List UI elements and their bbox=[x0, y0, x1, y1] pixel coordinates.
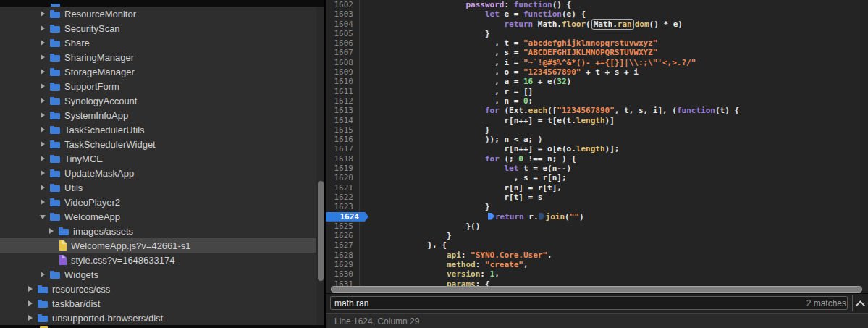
current-line-number[interactable]: 1624 bbox=[326, 212, 368, 222]
line-number[interactable]: 1611 bbox=[326, 87, 360, 96]
disclosure-triangle-icon[interactable] bbox=[40, 54, 46, 61]
tree-item-updatemaskapp[interactable]: UpdateMaskApp bbox=[0, 166, 324, 180]
disclosure-triangle-icon[interactable] bbox=[40, 97, 46, 104]
line-number[interactable]: 1613 bbox=[326, 106, 360, 115]
disclosure-triangle-icon[interactable] bbox=[28, 285, 33, 293]
code-line-1611[interactable]: 1611 , r = [] bbox=[326, 87, 868, 96]
line-number[interactable]: 1605 bbox=[326, 29, 360, 38]
line-number[interactable]: 1608 bbox=[326, 58, 360, 67]
disclosure-triangle-icon[interactable] bbox=[40, 271, 46, 278]
code-line-1615[interactable]: 1615 } bbox=[326, 125, 868, 135]
disclosure-triangle-icon[interactable] bbox=[40, 10, 46, 17]
tree-item-taskschedulerutils[interactable]: TaskSchedulerUtils bbox=[0, 122, 324, 137]
code-line-1621[interactable]: 1621 r[n] = r[t], bbox=[326, 183, 868, 193]
line-number[interactable]: 1620 bbox=[326, 173, 360, 182]
line-number[interactable]: 1610 bbox=[326, 77, 360, 86]
line-number[interactable]: 1628 bbox=[326, 251, 360, 260]
code-line-1608[interactable]: 1608 , i = "~`!@#$%^&*()-_+={[}]|\\:;\"'… bbox=[326, 58, 868, 67]
code-viewport[interactable]: 1602 password: function() {1603 let e = … bbox=[326, 0, 868, 287]
line-number[interactable]: 1618 bbox=[326, 154, 360, 164]
tree-item-videoplayer2[interactable]: VideoPlayer2 bbox=[0, 195, 324, 209]
tree-item-share[interactable]: Share bbox=[0, 35, 324, 50]
code-line-1626[interactable]: 1626 } bbox=[326, 231, 868, 240]
tree-item-welcomeapp-js-v-42661-s1[interactable]: WelcomeApp.js?v=42661-s1 bbox=[0, 238, 324, 253]
code-line-1619[interactable]: 1619 let t = e(n--) bbox=[326, 164, 868, 173]
tree-item-style-css-v-1648633174[interactable]: style.css?v=1648633174 bbox=[0, 253, 324, 267]
line-number[interactable]: 1614 bbox=[326, 116, 360, 125]
tree-item-sharingmanager[interactable]: SharingManager bbox=[0, 50, 324, 64]
code-line-1624[interactable]: 1624 return r.join("") bbox=[326, 212, 868, 222]
disclosure-triangle-icon[interactable] bbox=[40, 155, 46, 162]
code-line-1614[interactable]: 1614 r[n++] = t[e(t.length)] bbox=[326, 116, 868, 125]
disclosure-triangle-icon[interactable] bbox=[40, 198, 46, 206]
tree-item-welcomeapp[interactable]: WelcomeApp bbox=[0, 209, 324, 224]
line-number[interactable]: 1603 bbox=[326, 9, 360, 19]
line-number[interactable]: 1617 bbox=[326, 144, 360, 154]
line-number[interactable]: 1630 bbox=[326, 269, 360, 279]
code-line-1605[interactable]: 1605 } bbox=[326, 29, 868, 38]
line-number[interactable]: 1627 bbox=[326, 240, 360, 250]
code-line-1622[interactable]: 1622 r[t] = s bbox=[326, 193, 868, 202]
tree-item-storagemanager[interactable]: StorageManager bbox=[0, 64, 324, 79]
line-number[interactable]: 1615 bbox=[326, 125, 360, 135]
disclosure-triangle-icon[interactable] bbox=[40, 112, 46, 119]
code-line-1609[interactable]: 1609 , o = "1234567890" + t + s + i bbox=[326, 67, 868, 77]
disclosure-triangle-icon[interactable] bbox=[40, 213, 46, 220]
code-line-1630[interactable]: 1630 version: 1, bbox=[326, 269, 868, 279]
line-number[interactable]: 1607 bbox=[326, 48, 360, 57]
tree-item-supportform[interactable]: SupportForm bbox=[0, 79, 324, 93]
code-line-1618[interactable]: 1618 for (; 0 !== n; ) { bbox=[326, 154, 868, 164]
line-number[interactable]: 1606 bbox=[326, 38, 360, 48]
disclosure-triangle-icon[interactable] bbox=[49, 227, 54, 235]
line-number[interactable]: 1629 bbox=[326, 260, 360, 269]
line-number[interactable]: 1623 bbox=[326, 202, 360, 211]
code-line-1607[interactable]: 1607 , s = "ABCDEFGHIJKLMNOPQRSTUVWXYZ" bbox=[326, 48, 868, 57]
tree-item-taskbar-dist[interactable]: taskbar/dist bbox=[0, 296, 324, 311]
line-number[interactable]: 1626 bbox=[326, 231, 360, 240]
tree-item-resourcemonitor[interactable]: ResourceMonitor bbox=[0, 7, 324, 21]
disclosure-triangle-icon[interactable] bbox=[40, 39, 46, 46]
tree-item-unsupported-browsers-dist[interactable]: unsupported-browsers/dist bbox=[0, 311, 324, 325]
tree-item-resources-css[interactable]: resources/css bbox=[0, 282, 324, 296]
sidebar-scrollbar-thumb[interactable] bbox=[318, 181, 324, 281]
tree-item-securityscan[interactable]: SecurityScan bbox=[0, 21, 324, 35]
code-line-1629[interactable]: 1629 method: "create", bbox=[326, 260, 868, 269]
tree-item-systeminfoapp[interactable]: SystemInfoApp bbox=[0, 108, 324, 122]
code-line-1616[interactable]: 1616 )); n < a; ) bbox=[326, 135, 868, 144]
code-line-1620[interactable]: 1620 , s = r[n]; bbox=[326, 173, 868, 182]
previous-match-button[interactable] bbox=[854, 295, 866, 311]
disclosure-triangle-icon[interactable] bbox=[40, 184, 46, 191]
code-line-1612[interactable]: 1612 , n = 0; bbox=[326, 96, 868, 106]
horizontal-scrollbar-thumb[interactable] bbox=[331, 286, 862, 293]
code-line-1628[interactable]: 1628 api: "SYNO.Core.User", bbox=[326, 251, 868, 260]
inline-breakpoint-marker[interactable] bbox=[539, 213, 545, 220]
tree-item-synologyaccount[interactable]: SynologyAccount bbox=[0, 93, 324, 108]
tree-item-taskschedulerwidget[interactable]: TaskSchedulerWidget bbox=[0, 137, 324, 151]
code-line-1617[interactable]: 1617 r[n++] = o[e(o.length)]; bbox=[326, 144, 868, 154]
disclosure-triangle-icon[interactable] bbox=[40, 126, 46, 133]
line-number[interactable]: 1602 bbox=[326, 0, 360, 9]
code-line-1603[interactable]: 1603 let e = function(e) { bbox=[326, 9, 868, 19]
source-code-editor[interactable]: 1602 password: function() {1603 let e = … bbox=[324, 0, 868, 328]
code-line-1623[interactable]: 1623 } bbox=[326, 202, 868, 211]
code-line-1604[interactable]: 1604 return Math.floor(Math.random() * e… bbox=[326, 20, 868, 29]
search-input[interactable] bbox=[330, 296, 848, 310]
disclosure-triangle-icon[interactable] bbox=[28, 314, 33, 321]
line-number[interactable]: 1604 bbox=[326, 20, 360, 29]
line-number[interactable]: 1616 bbox=[326, 135, 360, 144]
line-number[interactable]: 1612 bbox=[326, 96, 360, 106]
tree-item-tinymce[interactable]: TinyMCE bbox=[0, 151, 324, 166]
disclosure-triangle-icon[interactable] bbox=[40, 83, 46, 90]
code-line-1613[interactable]: 1613 for (Ext.each(["1234567890", t, s, … bbox=[326, 106, 868, 115]
disclosure-triangle-icon[interactable] bbox=[40, 169, 46, 177]
disclosure-triangle-icon[interactable] bbox=[40, 25, 46, 32]
line-number[interactable]: 1609 bbox=[326, 67, 360, 77]
code-line-1606[interactable]: 1606 , t = "abcdefghijklmnopqrstuvwxyz" bbox=[326, 38, 868, 48]
code-line-1610[interactable]: 1610 , a = 16 + e(32) bbox=[326, 77, 868, 86]
code-line-1625[interactable]: 1625 }() bbox=[326, 222, 868, 231]
line-number[interactable]: 1622 bbox=[326, 193, 360, 202]
inline-breakpoint-marker[interactable] bbox=[488, 213, 494, 220]
disclosure-triangle-icon[interactable] bbox=[40, 140, 46, 148]
line-number[interactable]: 1625 bbox=[326, 222, 360, 231]
line-number[interactable]: 1621 bbox=[326, 183, 360, 193]
